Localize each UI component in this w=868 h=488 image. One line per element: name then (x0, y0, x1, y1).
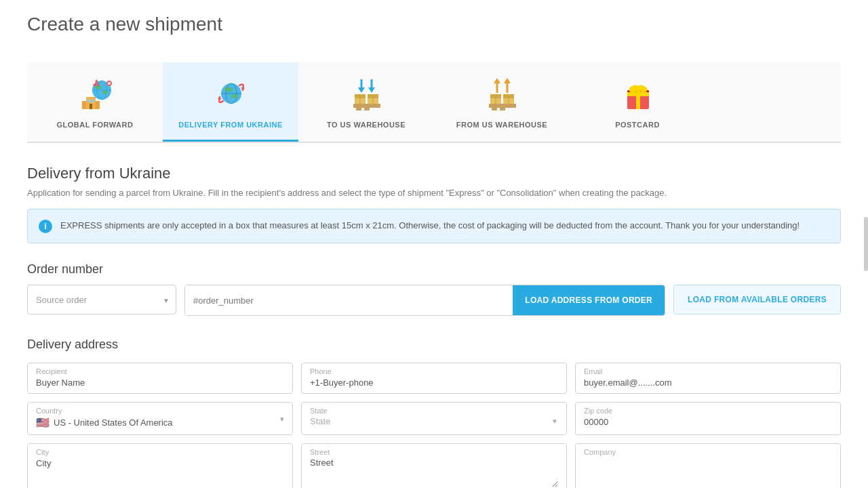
tab-from-us-warehouse-label: FROM US WAREHOUSE (456, 121, 547, 129)
delivery-ukraine-icon (210, 73, 251, 114)
email-input[interactable] (584, 378, 832, 388)
country-select[interactable]: US - United States Of America (54, 418, 284, 428)
order-section-title: Order number (27, 262, 841, 277)
order-row: Source order ▼ LOAD ADDRESS FROM ORDER L… (27, 285, 841, 316)
order-number-input[interactable] (185, 285, 513, 315)
zip-code-label: Zip code (584, 407, 832, 415)
svg-rect-24 (356, 105, 361, 110)
recipient-input[interactable] (36, 378, 284, 388)
phone-input[interactable] (310, 378, 558, 388)
city-label: City (36, 448, 284, 456)
order-input-group: LOAD ADDRESS FROM ORDER (184, 285, 665, 316)
delivery-address-title: Delivery address (27, 338, 841, 352)
country-label: Country (36, 407, 284, 415)
tab-postcard[interactable]: POSTCARD (570, 62, 705, 142)
tab-delivery-ukraine[interactable]: DELIVERY FROM UKRAINE (163, 62, 298, 142)
svg-rect-3 (92, 100, 94, 102)
svg-marker-22 (218, 97, 222, 100)
svg-rect-52 (627, 92, 649, 96)
street-input[interactable]: Street (310, 458, 558, 487)
tabs-container: GLOBAL FORWARD DELIVERY FROM UKRAINE (27, 62, 841, 143)
to-us-warehouse-icon (346, 73, 387, 114)
svg-point-8 (95, 85, 102, 89)
svg-rect-4 (90, 104, 92, 109)
tab-delivery-ukraine-label: DELIVERY FROM UKRAINE (178, 121, 283, 129)
info-text: EXPRESS shipments are only accepted in a… (60, 219, 800, 232)
state-field: State State ▼ (301, 402, 567, 435)
svg-rect-38 (500, 105, 505, 110)
tab-to-us-warehouse-label: TO US WAREHOUSE (327, 121, 406, 129)
info-box: i EXPRESS shipments are only accepted in… (27, 209, 841, 243)
state-select[interactable]: State (310, 416, 558, 426)
svg-point-20 (231, 94, 238, 98)
email-label: Email (584, 367, 832, 375)
svg-marker-33 (358, 87, 365, 93)
svg-rect-25 (364, 105, 370, 110)
form-row-2: Country 🇺🇸 US - United States Of America… (27, 402, 841, 435)
zip-code-field: Zip code (575, 402, 841, 435)
company-label: Company (584, 448, 832, 456)
street-field: Street Street (301, 443, 567, 488)
svg-rect-2 (87, 100, 90, 102)
recipient-label: Recipient (36, 367, 284, 375)
tab-to-us-warehouse[interactable]: TO US WAREHOUSE (298, 62, 434, 142)
delivery-section-description: Application for sending a parcel from Uk… (27, 188, 841, 198)
scrollbar[interactable] (864, 217, 868, 271)
tab-global-forward[interactable]: GLOBAL FORWARD (27, 62, 163, 142)
state-label: State (310, 407, 558, 415)
source-order-select[interactable]: Source order (27, 285, 176, 314)
country-select-wrapper: 🇺🇸 US - United States Of America (36, 416, 284, 429)
svg-marker-46 (494, 78, 500, 83)
page-container: Create a new shipment (0, 0, 868, 488)
phone-field: Phone (301, 363, 567, 394)
form-row-1: Recipient Phone Email (27, 363, 841, 394)
load-available-orders-button[interactable]: LOAD FROM AVAILABLE ORDERS (673, 285, 841, 314)
from-us-warehouse-icon (481, 73, 522, 114)
city-input[interactable] (36, 458, 284, 468)
source-order-wrapper: Source order ▼ (27, 285, 176, 316)
tab-postcard-label: POSTCARD (615, 121, 660, 129)
recipient-field: Recipient (27, 363, 293, 394)
form-row-3: City Street Street Company (27, 443, 841, 488)
info-icon: i (39, 220, 52, 233)
street-label: Street (310, 448, 558, 456)
company-field: Company (575, 443, 841, 488)
load-address-button[interactable]: LOAD ADDRESS FROM ORDER (513, 285, 665, 315)
global-forward-icon (75, 73, 115, 114)
country-field: Country 🇺🇸 US - United States Of America… (27, 402, 293, 435)
svg-marker-21 (241, 87, 245, 90)
svg-marker-35 (368, 87, 375, 93)
svg-point-9 (102, 90, 108, 94)
svg-rect-37 (492, 105, 497, 110)
tab-global-forward-label: GLOBAL FORWARD (57, 121, 134, 129)
zip-code-input[interactable] (584, 417, 832, 427)
country-flag-icon: 🇺🇸 (36, 416, 50, 429)
city-field: City (27, 443, 293, 488)
tab-from-us-warehouse[interactable]: FROM US WAREHOUSE (434, 62, 570, 142)
delivery-section-title: Delivery from Ukraine (27, 165, 841, 182)
company-input[interactable] (584, 458, 832, 468)
svg-point-55 (635, 86, 641, 92)
email-field: Email (575, 363, 841, 394)
page-title: Create a new shipment (27, 14, 841, 46)
phone-label: Phone (310, 367, 558, 375)
postcard-icon (617, 73, 658, 114)
svg-marker-48 (504, 78, 511, 83)
svg-point-19 (224, 87, 233, 92)
